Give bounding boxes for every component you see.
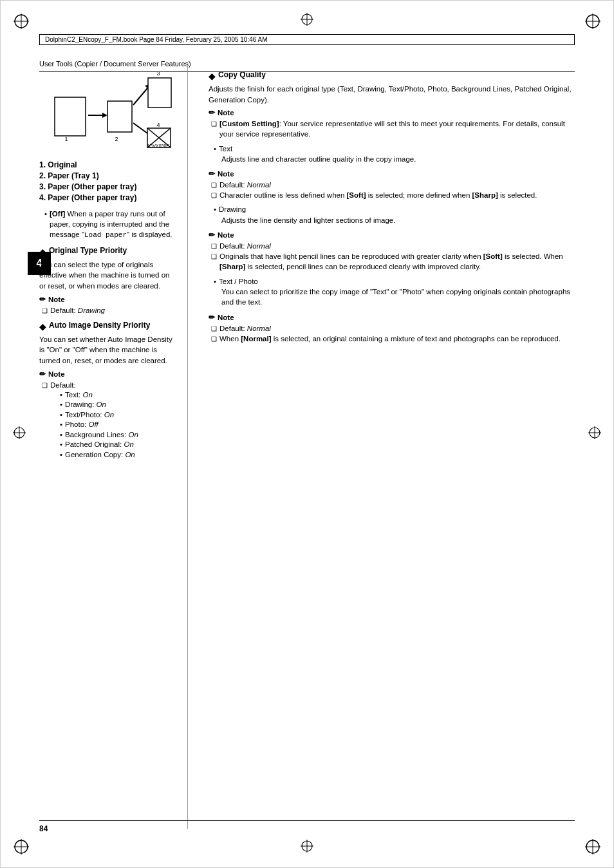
diamond-icon-3: ◆ [209, 71, 216, 82]
svg-text:1: 1 [64, 136, 68, 142]
sub-item-gen-copy: •Generation Copy: On [60, 450, 177, 460]
left-column: 1 2 3 4 2GVX030E 1. Original 2. Paper (T… [39, 65, 187, 829]
file-info-bar: DolphinC2_ENcopy_F_FM.book Page 84 Frida… [39, 34, 575, 45]
numbered-list: 1. Original 2. Paper (Tray 1) 3. Paper (… [39, 160, 177, 202]
sub-item-photo: •Photo: Off [60, 420, 177, 430]
sub-item-drawing: •Drawing: On [60, 400, 177, 410]
textphoto-bullet-label: Text / Photo [219, 276, 258, 287]
num-1: 1. [39, 160, 48, 169]
note-pencil-icon-2: ✏ [39, 370, 46, 379]
diagram-svg: 1 2 3 4 2GVX030E [41, 65, 176, 149]
copy-quality-body: Adjusts the finish for each original typ… [209, 84, 575, 105]
text-note-default-text: Default: Normal [219, 180, 271, 190]
svg-line-31 [133, 123, 147, 133]
note-sq-icon-8: ❑ [211, 325, 217, 334]
svg-rect-30 [148, 78, 171, 108]
auto-image-density-heading: ◆ Auto Image Density Priority [39, 321, 177, 332]
copy-quality-section: ◆ Copy Quality Adjusts the finish for ea… [209, 70, 575, 344]
textphoto-bullet-body: You can select to prioritize the copy im… [221, 287, 575, 308]
drawing-note-heading: ✏ Note [209, 231, 575, 240]
diamond-icon-2: ◆ [39, 321, 46, 332]
note-sq-icon-6: ❑ [211, 242, 217, 251]
auto-image-density-note: ✏ Note ❑ Default: •Text: On •Drawing: On… [39, 370, 177, 460]
content-area: 1 2 3 4 2GVX030E 1. Original 2. Paper (T… [39, 65, 575, 829]
text-bullet-section: • Text Adjusts line and character outlin… [214, 144, 575, 165]
note-sq-icon-9: ❑ [211, 335, 217, 344]
drawing-bullet-body: Adjusts the line density and lighter sec… [221, 215, 575, 226]
off-bullet-section: • [Off] When a paper tray runs out of pa… [44, 209, 177, 241]
num-item-1: 1. Original [39, 160, 177, 169]
textphoto-note-default: ❑ Default: Normal [211, 323, 575, 334]
drawing-note-section: ✏ Note ❑ Default: Normal ❑ Originals tha… [209, 231, 575, 272]
corner-mark-tr [584, 12, 602, 30]
note-pencil-icon-1: ✏ [39, 295, 46, 304]
num-4: 4. [39, 193, 48, 202]
textphoto-note-section: ✏ Note ❑ Default: Normal ❑ When [Normal]… [209, 313, 575, 344]
drawing-note-default: ❑ Default: Normal [211, 241, 575, 251]
right-column: ◆ Copy Quality Adjusts the finish for ea… [188, 65, 575, 829]
right-col-inner: ◆ Copy Quality Adjusts the finish for ea… [198, 70, 575, 344]
off-bullet-text: • [Off] When a paper tray runs out of pa… [44, 209, 177, 241]
drawing-bullet-marker: • [214, 204, 216, 214]
sub-item-textphoto: •Text/Photo: On [60, 410, 177, 420]
svg-text:2GVX030E: 2GVX030E [147, 144, 169, 148]
svg-line-28 [133, 88, 147, 105]
original-type-note: ✏ Note ❑ Default: Drawing [39, 295, 177, 316]
sub-item-patched: •Patched Original: On [60, 440, 177, 450]
sub-item-bg-lines: •Background Lines: On [60, 430, 177, 440]
crosshair-right [588, 426, 602, 442]
corner-mark-tl [12, 12, 30, 30]
text-note-section: ✏ Note ❑ Default: Normal ❑ Character out… [209, 169, 575, 200]
original-type-note-item: ❑ Default: Drawing [42, 305, 177, 316]
text-note-default: ❑ Default: Normal [211, 180, 575, 190]
copy-quality-note-heading: ✏ Note [209, 108, 575, 117]
original-type-priority-body: You can select the type of originals eff… [39, 259, 177, 292]
note-sq-icon-7: ❑ [211, 252, 217, 272]
drawing-note-soft-sharp-text: Originals that have light pencil lines c… [219, 251, 575, 272]
textphoto-note-default-text: Default: Normal [219, 323, 271, 334]
auto-image-density-default-label: ❑ Default: [42, 380, 177, 390]
file-info-text: DolphinC2_ENcopy_F_FM.book Page 84 Frida… [45, 36, 268, 43]
crosshair-top [300, 12, 314, 29]
copy-quality-note-custom: ✏ Note ❑ [Custom Setting]: Your service … [209, 108, 575, 139]
svg-rect-24 [55, 97, 86, 136]
auto-image-density-section: ◆ Auto Image Density Priority You can se… [39, 321, 177, 460]
num-item-4: 4. Paper (Other paper tray) [39, 193, 177, 202]
note-pencil-icon-6: ✏ [209, 313, 215, 322]
textphoto-note-heading: ✏ Note [209, 313, 575, 322]
drawing-bullet-label: Drawing [219, 204, 246, 214]
note-pencil-icon-3: ✏ [209, 108, 215, 117]
textphoto-bullet-section: • Text / Photo You can select to priorit… [214, 276, 575, 308]
copy-quality-custom-text: [Custom Setting]: Your service represent… [219, 118, 575, 139]
diagram-container: 1 2 3 4 2GVX030E [39, 65, 177, 151]
off-bullet-marker: • [44, 209, 47, 241]
svg-marker-26 [102, 113, 107, 118]
svg-text:3: 3 [156, 70, 160, 77]
auto-image-density-note-heading: ✏ Note [39, 370, 177, 379]
textphoto-bullet-marker: • [214, 276, 216, 287]
text-note-soft-sharp-text: Character outline is less defined when [… [219, 190, 537, 200]
svg-text:2: 2 [115, 136, 118, 142]
textphoto-bullet-text: • Text / Photo [214, 276, 575, 287]
note-pencil-icon-4: ✏ [209, 169, 215, 178]
text-bullet-label: Text [219, 144, 232, 154]
text-bullet-text: • Text [214, 144, 575, 154]
textphoto-note-normal-text: When [Normal] is selected, an original c… [219, 334, 561, 344]
text-note-heading: ✏ Note [209, 169, 575, 178]
drawing-note-soft-sharp: ❑ Originals that have light pencil lines… [211, 251, 575, 272]
note-pencil-icon-5: ✏ [209, 231, 215, 240]
original-type-priority-heading: ◆ Original Type Priority [39, 246, 177, 258]
page-number: 84 [39, 824, 48, 833]
note-sq-icon-2: ❑ [42, 381, 48, 390]
auto-density-sub-list: •Text: On •Drawing: On •Text/Photo: On •… [53, 390, 177, 460]
corner-mark-br [584, 838, 602, 856]
sub-item-text: •Text: On [60, 390, 177, 401]
note-sq-icon-3: ❑ [211, 120, 217, 139]
text-bullet-marker: • [214, 144, 216, 154]
num-item-2: 2. Paper (Tray 1) [39, 171, 177, 180]
svg-text:4: 4 [156, 122, 160, 128]
copy-quality-heading: ◆ Copy Quality [209, 70, 575, 82]
copy-quality-custom-note: ❑ [Custom Setting]: Your service represe… [211, 118, 575, 139]
diamond-icon-1: ◆ [39, 247, 46, 258]
num-item-3: 3. Paper (Other paper tray) [39, 182, 177, 191]
